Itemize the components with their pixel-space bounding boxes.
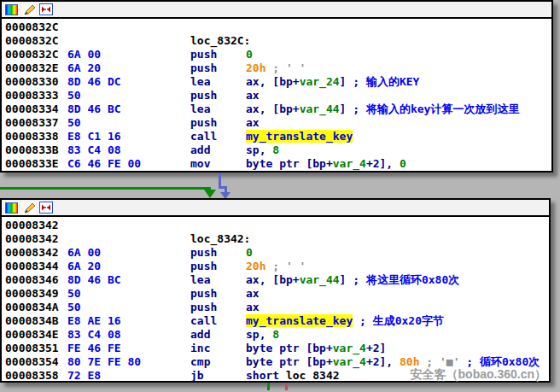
operand-segment: 8 [272,328,279,341]
operands: 0 [246,48,253,61]
opcode-bytes: 6A 20 [67,61,101,75]
node-color-icon[interactable] [4,202,19,214]
opcode-bytes: C6 46 FE 00 [67,157,141,171]
operands: byte ptr [bp+var_4+2], 0 [246,157,406,171]
mnemonic: cmp [190,355,210,369]
operand-segment: 20h [246,61,265,74]
opcode-bytes: 80 7E FE 80 [67,355,141,369]
operand-segment: var_24 [300,75,340,88]
watermark: 安全客（bobao.360.cn） [411,367,546,383]
operand-segment: ax [246,287,260,300]
operand-segment: ax [246,116,260,129]
disasm-row[interactable]: 000083446A 20push20h ; ' ' [2,260,549,273]
opcode-bytes: E8 AE 16 [67,314,121,328]
operand-segment: ; ' ' [272,61,306,74]
mnemonic: push [190,89,217,102]
node-title-bar[interactable] [2,2,551,19]
basic-block-832C[interactable]: 0000832C0000832Cloc_832C:0000832C6A 00pu… [0,0,553,173]
operands: byte ptr [bp+var_4+2] [246,342,386,355]
disasm-row[interactable]: 0000833750pushax [2,116,551,130]
mnemonic: push [190,260,217,273]
operand-segment: +2] [366,342,386,354]
operands: ax, [bp+var_44] ; 将输入的key计算一次放到这里 [246,102,519,116]
opcode-bytes: 83 C4 08 [67,143,121,157]
edge-green-horizontal [0,187,211,190]
opcode-bytes: 8D 46 BC [67,273,121,287]
disasm-row[interactable]: 000083468D 46 BCleaax, [bp+var_44] ; 将这里… [2,273,549,287]
disasm-row[interactable]: 0000832C6A 00push0 [2,48,551,61]
address: 0000832C [5,34,59,48]
highlighted-function-name[interactable]: my_translate_key [246,314,353,327]
address: 00008342 [5,246,59,260]
disasm-row[interactable]: 0000833350pushax [2,89,551,102]
ida-graph-view: { "app": { "view": "IDA graph view disas… [0,0,560,392]
address: 00008351 [5,342,59,355]
disasm-row[interactable]: 0000832Cloc_832C: [2,34,551,48]
mnemonic: push [190,301,217,314]
basic-block-8342[interactable]: 0000834200008342loc_8342:000083426A 00pu… [0,198,551,383]
disasm-row[interactable]: 000083348D 46 BCleaax, [bp+var_44] ; 将输入… [2,102,551,116]
disasm-row[interactable]: 0000832E6A 20push20h ; ' ' [2,61,551,75]
mnemonic: mov [190,157,210,171]
address: 00008338 [5,130,59,143]
disasm-row[interactable]: 0000834950pushax [2,287,549,301]
operand-segment: ; 输入的KEY [353,75,419,88]
opcode-bytes: E8 C1 16 [67,130,121,143]
node-title-bar[interactable] [2,200,549,217]
mnemonic: add [190,328,210,342]
mnemonic: push [190,116,217,130]
operand-segment: 0 [400,157,406,170]
disasm-row[interactable]: 000083426A 00push0 [2,246,549,260]
disasm-row[interactable]: 000083308D 46 DCleaax, [bp+var_24] ; 输入的… [2,75,551,89]
address: 00008330 [5,75,59,89]
mnemonic: lea [190,273,210,287]
edit-node-icon[interactable] [21,3,36,16]
label: loc_8342: [190,232,250,246]
mnemonic: inc [190,342,210,355]
disasm-row[interactable]: 0000833EC6 46 FE 00movbyte ptr [bp+var_4… [2,157,551,171]
opcode-bytes: 50 [67,287,81,301]
operand-segment: 20h [246,260,265,272]
address: 00008342 [5,232,59,246]
address: 00008358 [5,369,59,383]
node-color-icon[interactable] [4,3,19,16]
operand-segment: loc_8342 [286,369,340,382]
group-node-icon[interactable] [38,3,53,16]
disasm-row[interactable]: 00008342loc_8342: [2,232,549,246]
mnemonic: push [190,246,217,260]
disasm-row[interactable]: 00008342 [2,219,549,232]
opcode-bytes: 50 [67,116,81,130]
disasm-row[interactable]: 0000834BE8 AE 16callmy_translate_key ; 生… [2,314,549,328]
mnemonic: call [190,130,217,143]
operand-segment: var_44 [300,273,340,286]
operand-segment: byte ptr [bp+ [246,157,333,170]
disasm-row[interactable]: 0000834E83 C4 08addsp, 8 [2,328,549,342]
operands: my_translate_key ; 生成0x20字节 [246,314,444,328]
operand-segment: 0 [246,48,253,61]
edit-node-icon[interactable] [21,202,36,214]
address: 00008337 [5,116,59,130]
disasm-row[interactable]: 00008351FE 46 FEincbyte ptr [bp+var_4+2] [2,342,549,355]
disassembly-listing: 0000834200008342loc_8342:000083426A 00pu… [2,217,549,383]
operand-segment: 8 [272,143,279,156]
operands: ax, [bp+var_44] ; 将这里循环0x80次 [246,273,459,287]
opcode-bytes: 6A 00 [67,246,101,260]
operands: ax, [bp+var_24] ; 输入的KEY [246,75,419,89]
operand-segment: sp, [246,328,272,341]
operands: 20h ; ' ' [246,61,306,75]
address: 00008344 [5,260,59,273]
disasm-row[interactable]: 0000832C [2,20,551,34]
mnemonic: jb [190,369,204,383]
operand-segment: var_4 [333,157,366,170]
opcode-bytes: 6A 20 [67,260,101,273]
operand-segment: ; ' ' [272,260,306,272]
mnemonic: lea [190,102,210,116]
highlighted-function-name[interactable]: my_translate_key [246,130,353,143]
disasm-row[interactable]: 00008338E8 C1 16callmy_translate_key [2,130,551,143]
disasm-row[interactable]: 0000834A50pushax [2,301,549,314]
opcode-bytes: FE 46 FE [67,342,121,355]
opcode-bytes: 50 [67,89,81,102]
group-node-icon[interactable] [38,202,53,214]
address: 0000833E [5,157,59,171]
disasm-row[interactable]: 0000833B83 C4 08addsp, 8 [2,143,551,157]
